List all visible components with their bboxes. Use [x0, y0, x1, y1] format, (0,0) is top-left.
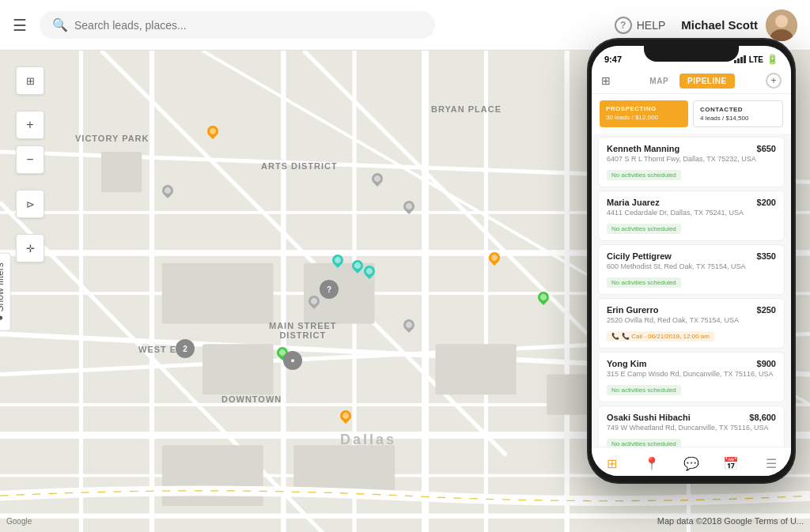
lead-activity-3: 📞 📞 Call - 06/21/2018, 12:00 am [607, 331, 714, 341]
phone-status-right: LTE 🔋 [734, 54, 778, 65]
phone-lte: LTE [749, 55, 763, 64]
lead-name-5: Osaki Sushi Hibachi [607, 413, 691, 422]
map-cluster-1[interactable]: ? [320, 280, 339, 299]
lead-value-0: $650 [757, 144, 776, 153]
lead-item-5[interactable]: Osaki Sushi Hibachi $8,600 749 W Wheatla… [598, 406, 785, 447]
lead-address-2: 600 Methodist St, Red Oak, TX 75154, USA [607, 262, 776, 270]
lead-activity-5: No activities scheduled [607, 439, 681, 447]
svg-rect-31 [435, 344, 516, 394]
filter-icon: ● [0, 315, 6, 320]
stage-prospecting[interactable]: PROSPECTING 30 leads / $12,000 [600, 100, 688, 127]
lead-name-4: Yong Kim [607, 359, 647, 368]
lead-item-1[interactable]: Maria Juarez $200 4411 Cedardale Dr, Dal… [598, 191, 785, 241]
stage-contacted[interactable]: CONTACTED 4 leads / $14,500 [693, 100, 783, 127]
lead-name-3: Erin Gurerro [607, 305, 658, 315]
bottom-nav-calendar[interactable]: 📅 [718, 454, 744, 473]
menu-icon[interactable]: ☰ [13, 16, 27, 35]
svg-rect-32 [162, 445, 263, 506]
bottom-nav-messages[interactable]: 💬 [679, 454, 704, 473]
svg-rect-30 [202, 344, 274, 394]
help-button[interactable]: ? HELP [615, 17, 666, 34]
map-attribution: Map data ©2018 Google Terms of U... [657, 516, 804, 526]
search-input[interactable] [74, 19, 422, 32]
lead-item-4[interactable]: Yong Kim $900 315 E Camp Wisdo Rd, Dunca… [598, 352, 785, 402]
phone-mockup: 9:47 LTE 🔋 ⊞ MAP PIPELINE + [589, 40, 794, 482]
lead-header-1: Maria Juarez $200 [607, 198, 776, 207]
svg-point-1 [775, 15, 788, 28]
map-cluster-3[interactable]: ● [283, 351, 302, 370]
lead-item-0[interactable]: Kenneth Manning $650 6407 S R L Thornt F… [598, 137, 785, 187]
lead-address-1: 4411 Cedardale Dr, Dallas, TX 75241, USA [607, 209, 776, 217]
lead-value-3: $250 [757, 305, 776, 315]
phone-notch [644, 40, 739, 62]
bottom-nav-location[interactable]: 📍 [639, 454, 664, 473]
google-logo: Google [6, 517, 32, 526]
phone-time: 9:47 [604, 55, 622, 64]
phone-screen: 9:47 LTE 🔋 ⊞ MAP PIPELINE + [592, 46, 791, 476]
lead-name-0: Kenneth Manning [607, 144, 679, 153]
map-data-label: Map data ©2018 Google Terms of U... [657, 516, 804, 526]
lead-value-4: $900 [757, 359, 776, 368]
stage-contacted-label: CONTACTED [700, 106, 776, 113]
battery-icon: 🔋 [766, 54, 778, 65]
compass-button[interactable]: ✛ [16, 234, 44, 262]
location-button[interactable]: ⊳ [16, 190, 44, 218]
lead-name-2: Cicily Pettigrew [607, 251, 672, 261]
svg-rect-29 [101, 152, 142, 192]
lead-activity-4: No activities scheduled [607, 385, 681, 395]
lead-header-0: Kenneth Manning $650 [607, 144, 776, 153]
map-cluster-2[interactable]: 2 [176, 339, 195, 358]
leads-list[interactable]: Kenneth Manning $650 6407 S R L Thornt F… [592, 134, 791, 447]
phone-filter-icon[interactable]: ⊞ [601, 74, 611, 87]
lead-address-5: 749 W Wheatland Rd, Duncanville, TX 7511… [607, 424, 776, 432]
lead-value-5: $8,600 [749, 413, 776, 422]
lead-address-0: 6407 S R L Thornt Fwy, Dallas, TX 75232,… [607, 155, 776, 163]
avatar [766, 9, 797, 41]
tab-map[interactable]: MAP [642, 74, 676, 89]
pipeline-header: PROSPECTING 30 leads / $12,000 CONTACTED… [592, 94, 791, 134]
lead-header-5: Osaki Sushi Hibachi $8,600 [607, 413, 776, 422]
lead-header-3: Erin Gurerro $250 [607, 305, 776, 315]
lead-header-4: Yong Kim $900 [607, 359, 776, 368]
lead-item-3[interactable]: Erin Gurerro $250 2520 Ovilla Rd, Red Oa… [598, 298, 785, 349]
call-icon: 📞 [611, 333, 619, 340]
lead-item-2[interactable]: Cicily Pettigrew $350 600 Methodist St, … [598, 244, 785, 295]
lead-activity-1: No activities scheduled [607, 224, 681, 234]
phone-tabs: MAP PIPELINE [642, 74, 734, 89]
user-profile[interactable]: Michael Scott [681, 9, 797, 41]
help-label: HELP [637, 19, 666, 32]
svg-rect-27 [162, 263, 274, 324]
phone-add-icon[interactable]: + [766, 73, 782, 89]
lead-header-2: Cicily Pettigrew $350 [607, 251, 776, 261]
lead-value-1: $200 [757, 198, 776, 207]
search-icon: 🔍 [52, 17, 68, 32]
lead-activity-2: No activities scheduled [607, 277, 681, 288]
layers-button[interactable]: ⊞ [16, 66, 44, 95]
stage-prospecting-label: PROSPECTING [606, 105, 682, 112]
nav-right: ? HELP Michael Scott [615, 9, 797, 41]
tab-pipeline[interactable]: PIPELINE [679, 74, 735, 89]
stage-prospecting-count: 30 leads / $12,000 [606, 114, 682, 121]
lead-address-3: 2520 Ovilla Rd, Red Oak, TX 75154, USA [607, 316, 776, 324]
user-name: Michael Scott [681, 18, 758, 32]
bottom-nav-menu[interactable]: ☰ [759, 454, 784, 473]
map-controls-left: ⊞ + − ⊳ ✛ [16, 66, 44, 262]
help-icon: ? [615, 17, 632, 34]
show-filters-label: Show filters [0, 262, 6, 311]
phone-nav-bar: ⊞ MAP PIPELINE + [592, 68, 791, 94]
show-filters-button[interactable]: ● Show filters [0, 252, 11, 330]
zoom-in-button[interactable]: + [16, 111, 44, 139]
zoom-out-button[interactable]: − [16, 145, 44, 174]
bottom-nav-grid[interactable]: ⊞ [599, 454, 624, 473]
phone-bottom-nav: ⊞ 📍 💬 📅 ☰ [592, 447, 791, 476]
lead-value-2: $350 [757, 251, 776, 261]
search-bar[interactable]: 🔍 [40, 11, 435, 39]
lead-address-4: 315 E Camp Wisdo Rd, Duncanville, TX 751… [607, 370, 776, 378]
lead-name-1: Maria Juarez [607, 198, 660, 207]
lead-activity-0: No activities scheduled [607, 170, 681, 180]
stage-contacted-count: 4 leads / $14,500 [700, 115, 776, 122]
